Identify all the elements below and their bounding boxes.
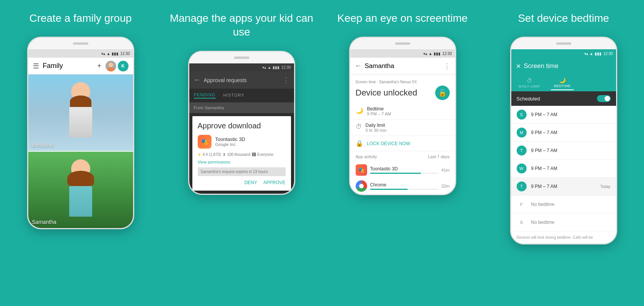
app-downloads: 100 thousand — [227, 152, 250, 157]
app-details: Toontastic 3D Google Inc. — [215, 136, 246, 147]
timer-icon: ⏱ — [356, 123, 362, 130]
phone-speaker-3 — [395, 42, 410, 45]
back-icon-3[interactable]: ← — [355, 62, 362, 70]
bedtime-tab-label: BEDTIME — [554, 84, 571, 88]
wifi-icon-2: ▲ — [268, 65, 272, 70]
approval-card-title: Approve download — [198, 121, 286, 130]
benjamin-photo: Benjamin — [28, 74, 133, 151]
samantha-label: Samantha — [32, 219, 57, 225]
phone-speaker-4 — [556, 42, 571, 45]
tab-history[interactable]: HISTORY — [223, 93, 245, 98]
signal-icon: ▾▴ — [101, 52, 105, 56]
more-icon-3[interactable]: ⋮ — [444, 62, 450, 70]
signal-icon-4: ▾▴ — [584, 52, 588, 56]
battery-icon-3: ▮▮▮ — [434, 52, 441, 56]
activity-header: App activity Last 7 days — [350, 151, 455, 162]
chrome-time: 32m — [441, 184, 449, 188]
family-title: Family — [43, 62, 93, 70]
phone-speaker-2 — [234, 57, 249, 59]
approve-button[interactable]: APPROVE — [263, 180, 285, 185]
day-time-s2: No bedtime — [531, 220, 611, 225]
daily-limit-tab-label: DAILY LIMIT — [519, 84, 540, 88]
toontastic-bar-wrap — [370, 173, 439, 174]
bedtime-tabs: ⏱ DAILY LIMIT 🌙 BEDTIME — [511, 74, 616, 91]
day-time-t1: 9 PM – 7 AM — [531, 148, 611, 153]
screen-info: Screen time · Samantha's Nexus 5X Device… — [350, 74, 455, 103]
avatar-group: K — [106, 61, 128, 71]
chrome-name: Chrome — [370, 182, 439, 188]
bedtime-row: 🌙 Bedtime 9 PM – 7 AM — [350, 103, 455, 120]
phone-screen-2: ▾▴ ▲ ▮▮▮ 12:30 ← Approval requests ⋮ PEN… — [189, 63, 294, 194]
samantha-toolbar-title: Samantha — [365, 62, 441, 70]
tab-pending[interactable]: PENDING — [194, 92, 216, 99]
approval-toolbar-title: Approval requests — [204, 77, 280, 83]
day-letter-f: F — [517, 199, 527, 209]
status-bar-1: ▾▴ ▲ ▮▮▮ 12:30 — [28, 49, 133, 58]
avatar-k[interactable]: K — [118, 61, 128, 71]
panel2-title: Manage the apps your kid can use — [169, 11, 314, 39]
phone-top-3 — [350, 38, 455, 49]
wifi-icon-3: ▲ — [429, 52, 433, 56]
day-time-m: 9 PM – 7 AM — [531, 130, 611, 135]
star-icon: ★ — [198, 152, 201, 157]
approval-card: Approve download 🎭 Toontastic 3D Google … — [192, 116, 291, 191]
wifi-icon-4: ▲ — [590, 52, 594, 56]
status-bar-4: ▾▴ ▲ ▮▮▮ 12:30 — [511, 49, 616, 58]
app-info: 🎭 Toontastic 3D Google Inc. — [198, 135, 286, 149]
expiry-banner: Samantha's request expires in 23 hours — [198, 167, 286, 176]
scheduled-toggle[interactable] — [597, 95, 611, 102]
time-display-4: 12:30 — [603, 52, 613, 56]
wifi-icon: ▲ — [107, 52, 111, 56]
back-icon[interactable]: ← — [194, 76, 201, 84]
benjamin-label: Benjamin — [32, 142, 54, 148]
phone-4: ▾▴ ▲ ▮▮▮ 12:30 ✕ Screen time ⏱ DAILY LIM… — [510, 37, 617, 244]
day-row-t2: T 9 PM – 7 AM Today — [511, 178, 616, 196]
time-display-2: 12:30 — [281, 65, 291, 70]
screen-subtitle: Screen time · Samantha's Nexus 5X — [356, 80, 450, 84]
scheduled-row: Scheduled — [511, 91, 616, 106]
app-dev: Google Inc. — [215, 142, 246, 147]
add-member-icon[interactable]: + — [97, 62, 102, 70]
toontastic-app-icon: 🎭 — [356, 164, 367, 176]
lock-device-row: 🔒 LOCK DEVICE NOW — [350, 136, 455, 151]
toontastic-icon: 🎭 — [198, 135, 211, 149]
separator2: 🅴 — [252, 152, 256, 157]
lock-button[interactable]: 🔓 — [435, 86, 450, 100]
time-display-1: 12:30 — [120, 52, 130, 56]
phone-3: ▾▴ ▲ ▮▮▮ 12:30 ← Samantha ⋮ Screen time … — [349, 37, 456, 195]
day-row-s1: S 9 PM – 7 AM — [511, 106, 616, 124]
more-icon[interactable]: ⋮ — [283, 76, 289, 84]
bedtime-label: Bedtime — [367, 106, 391, 112]
close-icon[interactable]: ✕ — [516, 63, 521, 70]
from-label: From Samantha — [189, 102, 294, 113]
signal-icon-3: ▾▴ — [423, 52, 427, 56]
panel1-title: Create a family group — [29, 11, 132, 25]
day-row-m: M 9 PM – 7 AM — [511, 124, 616, 142]
lock-device-button[interactable]: LOCK DEVICE NOW — [367, 141, 410, 146]
separator1: ⬇ — [223, 152, 226, 157]
activity-label: App activity — [356, 154, 377, 159]
phone-top-2 — [189, 52, 294, 63]
day-time-s1: 9 PM – 7 AM — [531, 112, 611, 117]
toontastic-bar — [370, 173, 421, 174]
app-audience: Everyone — [257, 152, 273, 157]
panel-screentime: Keep an eye on screentime ▾▴ ▲ ▮▮▮ 12:30… — [322, 0, 483, 306]
day-circle-s1: S — [517, 110, 527, 120]
moon-tab-icon: 🌙 — [559, 77, 566, 83]
menu-icon[interactable]: ☰ — [33, 62, 39, 70]
bedtime-info: Bedtime 9 PM – 7 AM — [367, 106, 391, 116]
view-permissions-link[interactable]: View permissions — [198, 160, 286, 164]
tab-bedtime[interactable]: 🌙 BEDTIME — [551, 76, 574, 90]
bedtime-note: Devices will lock during bedtime. Calls … — [511, 232, 616, 243]
app-name: Toontastic 3D — [215, 136, 246, 142]
family-toolbar: ☰ Family + K — [28, 58, 133, 74]
screen-status: Device unlocked 🔓 — [356, 86, 450, 100]
bedtime-value: 9 PM – 7 AM — [367, 112, 391, 116]
deny-button[interactable]: DENY — [244, 180, 257, 185]
day-row-s2: S No bedtime — [511, 214, 616, 232]
today-badge: Today — [600, 185, 611, 189]
tab-daily-limit[interactable]: ⏱ DAILY LIMIT — [516, 76, 543, 90]
card-actions: DENY APPROVE — [198, 180, 286, 185]
day-row-t1: T 9 PM – 7 AM — [511, 142, 616, 160]
phone-screen-3: ▾▴ ▲ ▮▮▮ 12:30 ← Samantha ⋮ Screen time … — [350, 49, 455, 194]
